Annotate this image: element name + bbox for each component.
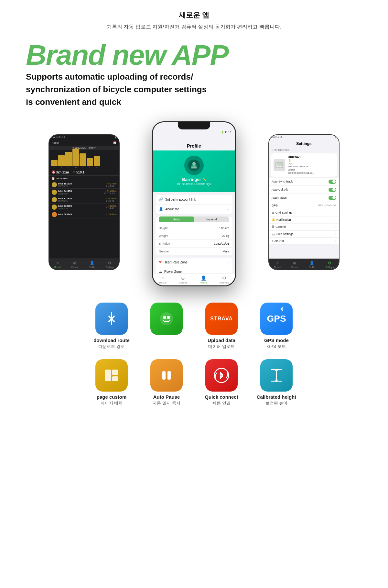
metric-btn[interactable]: Metric [159, 216, 194, 222]
birthday-row: Birthday 1982/01/01 [156, 240, 232, 248]
toggle-auto-pause-control[interactable] [329, 196, 336, 200]
result-screen: ●●●⊿□ 11:15 🔋 Result 📅 ‹ < 2022/3/20 - 3… [49, 135, 119, 270]
device-thumbnail [274, 159, 285, 171]
bike-icon: 🚲 [272, 232, 275, 236]
svg-rect-13 [162, 371, 166, 380]
notch [178, 122, 210, 129]
act-info-3: bike 221826 2022/3/19 [57, 197, 105, 202]
grid-settings-row[interactable]: ⊞ Grid Settings › [269, 209, 339, 216]
bar-m [58, 155, 65, 166]
feature-calibrated-height: Calibrated height 보정된 높이 [255, 359, 297, 406]
activity-row-4[interactable]: 🚲 bike 212000 2022/3/19 ↔ 4.82 km ⏱ 14:4… [49, 204, 119, 211]
quick-connect-label-en: Quick connect [205, 394, 238, 400]
toggle-auto-cal-control[interactable] [329, 188, 336, 192]
profile-name: Barringer ✏️ [182, 177, 206, 182]
page-custom-label-en: page custom [97, 394, 127, 400]
center-nav-result[interactable]: ≡ Result [159, 275, 167, 284]
calendar-icon: 📅 [113, 141, 116, 144]
activity-row-1[interactable]: 🚲 bike 191516 2022/3/19 ↔ 5.27 km ⏱ 16:2… [49, 181, 119, 189]
bar-s [51, 160, 58, 166]
general-row[interactable]: ☰ General › [269, 224, 339, 230]
auto-pause-label: Auto Pause [272, 196, 287, 199]
chart-bar-t: T [65, 152, 72, 169]
bar-w [72, 149, 79, 166]
heart-icon: ❤ [159, 260, 162, 264]
imperial-btn[interactable]: Imperial [194, 216, 229, 222]
settings-title: Settings [269, 139, 339, 147]
act-date-3: 2022/3/19 [58, 200, 105, 202]
phone-right: ●⊿□ 11:15 🔋 Settings □ My Devices Rider4… [268, 134, 339, 270]
right-nav-profile[interactable]: 👤 Profile [309, 261, 315, 268]
auto-pause-label-en: Auto Pause [153, 394, 180, 400]
pause-icon [158, 367, 175, 384]
gps-mode-label-en: GPS mode [264, 338, 289, 343]
icons-row-1: download route 다운로드 경로 STRAVA Upload d [32, 303, 356, 349]
menu-about-me[interactable]: 👤 About Me ⌄ [156, 205, 232, 214]
quick-connect-icon-box [205, 359, 238, 392]
svg-point-8 [163, 316, 166, 319]
header-subtitle-kr: 기록의 자동 업로드 지원/자전거 컴퓨터 설정의 동기화가 편리하고 빠릅니다… [6, 23, 382, 31]
act-icon-2: 🚲 [52, 190, 57, 195]
toggle-auto-sync-control[interactable] [329, 180, 336, 184]
left-bottom-nav: ≡ Result ⊕ Course 👤 Profile ⚙ Settings [49, 259, 119, 270]
svg-point-7 [160, 312, 173, 325]
auto-pause-label-kr: 자동 일시 중지 [153, 400, 180, 406]
heart-rate-zone[interactable]: ❤ Heart Rate Zone › [156, 258, 232, 267]
svg-rect-12 [112, 376, 118, 381]
bike-chevron: › [335, 232, 336, 236]
center-nav-settings[interactable]: ⚙ Settings [220, 275, 229, 284]
weight-row: Weight 70 kg [156, 232, 232, 240]
menu-3rdparty-label: 3rd party account link [165, 198, 196, 201]
center-bottom-nav: ≡ Result ⊕ Course 👤 Profile ⚙ Settings [153, 273, 235, 285]
prev-arrow[interactable]: ‹ [52, 146, 53, 149]
svg-point-9 [167, 316, 170, 319]
activity-row-5[interactable]: 🚲 bike 063245 ↔ 28.4 km [49, 211, 119, 218]
device-version-label: Version [288, 168, 334, 172]
device-uuid-label: UUID [288, 162, 334, 165]
right-nav-result[interactable]: ≡ Result [274, 261, 281, 268]
next-arrow[interactable]: › [115, 146, 116, 149]
device-card: Rider420 🔋 UUID 1901200400002633 Version… [271, 153, 337, 177]
auto-sync-label: Auto Sync Track [272, 180, 293, 183]
header-title-kr: 새로운 앱 [6, 10, 382, 20]
svg-point-2 [192, 164, 194, 165]
act-date-4: 2022/3/19 [58, 207, 105, 210]
notification-chevron: › [335, 218, 336, 221]
chart-bar-f: F [87, 158, 93, 169]
right-nav-settings[interactable]: ⚙ Settings [326, 261, 334, 268]
activity-row-3[interactable]: 🚲 bike 221826 2022/3/19 ↔ 9.28 km ⏱ 31:4… [49, 196, 119, 204]
stat-time: ⏰ 32h 21m [52, 171, 69, 174]
alt-cal-row[interactable]: ↕ Alt. Cal. › [269, 238, 339, 245]
grid-settings-label: Grid Settings [275, 211, 292, 214]
center-nav-course[interactable]: ⊕ Course [179, 275, 187, 284]
chart-bar-s2: S [94, 156, 100, 169]
gps-row[interactable]: GPS GPS + Gal+ QZ [269, 202, 339, 209]
heart-rate-label: Heart Rate Zone [164, 261, 188, 264]
menu-3rdparty[interactable]: 🔗 3rd party account link › [156, 195, 232, 205]
nav-profile[interactable]: 👤 Profile [89, 261, 95, 268]
svg-point-15 [214, 368, 229, 383]
nav-settings[interactable]: ⚙ Settings [106, 261, 114, 268]
stat-dist: ⏱ 519.1 [73, 171, 84, 174]
feature-icons-section: download route 다운로드 경로 STRAVA Upload d [0, 296, 388, 422]
battery-icon: 🔋 [288, 159, 334, 162]
center-nav-profile[interactable]: 👤 Profile [200, 275, 207, 284]
settings-screen: ●⊿□ 11:15 🔋 Settings □ My Devices Rider4… [269, 135, 339, 270]
chevron-right-icon: › [228, 198, 229, 201]
feature-quick-connect: Quick connect 빠른 연결 [200, 359, 242, 406]
nav-result[interactable]: ≡ Result [54, 261, 61, 268]
edit-icon[interactable]: ✏️ [202, 178, 206, 181]
about-me-section: Metric Imperial Height 180 cm Weight 70 … [156, 216, 232, 255]
notification-icon: 🔔 [272, 218, 275, 221]
bluetooth-icon [213, 367, 230, 384]
chevron-down-icon: ⌄ [227, 207, 229, 211]
right-nav-course[interactable]: ⊕ Course [291, 261, 298, 268]
device-uuid: 1901200400002633 [288, 165, 334, 168]
nav-course[interactable]: ⊕ Course [71, 261, 79, 268]
bike-settings-row[interactable]: 🚲 Bike Settings › [269, 231, 339, 238]
download-route-label-kr: 다운로드 경로 [98, 344, 125, 349]
act-name-4: bike 212000 [58, 205, 105, 207]
notification-row[interactable]: 🔔 Notification › [269, 216, 339, 223]
activity-row-2[interactable]: 🚲 bike 041453 2022/3/19 ↔ 31.63 km ⏱ 1:5… [49, 189, 119, 196]
weight-value: 70 kg [222, 234, 229, 238]
